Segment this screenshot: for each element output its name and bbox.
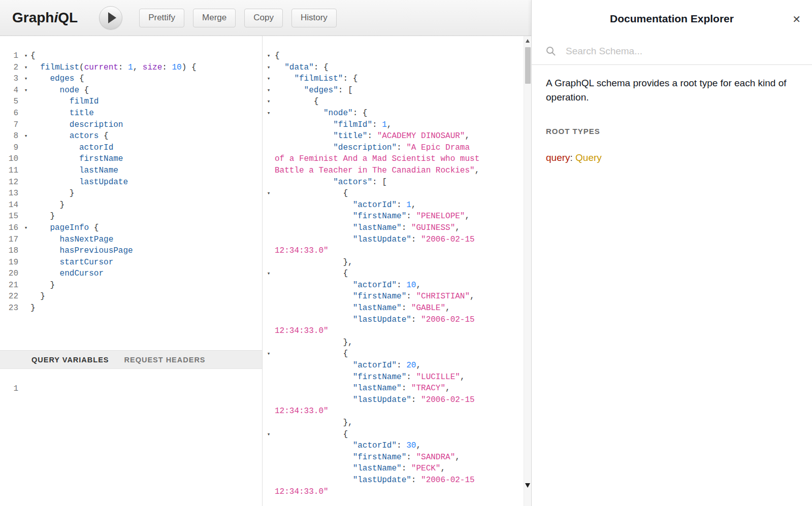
fold-arrow-icon[interactable]: ▾ [263, 96, 275, 108]
code-text: "firstName": "CHRISTIAN", [275, 291, 475, 302]
doc-explorer-panel: Documentation Explorer ✕ A GraphQL schem… [531, 0, 812, 506]
copy-button[interactable]: Copy [244, 9, 283, 27]
variables-section: QUERY VARIABLES REQUEST HEADERS 1 [0, 350, 262, 506]
line-number: 8 [0, 130, 21, 142]
fold-arrow-icon[interactable]: ▾ [263, 429, 275, 441]
code-text: pageInfo { [30, 222, 99, 234]
query-line: 15 } [0, 211, 262, 222]
execute-query-button[interactable] [99, 6, 122, 29]
result-line: "actorId": 20, [263, 360, 531, 372]
fold-gutter [263, 142, 275, 154]
fold-arrow-icon[interactable]: ▾ [21, 73, 30, 85]
type-link-query[interactable]: Query [575, 152, 602, 163]
root-type-query: query: Query [546, 152, 798, 163]
line-number: 9 [0, 142, 21, 154]
code-text: "description": "A Epic Drama [275, 142, 470, 154]
fold-gutter [21, 108, 30, 119]
fold-gutter [21, 165, 30, 177]
tab-query-variables[interactable]: QUERY VARIABLES [31, 356, 109, 364]
scroll-thumb[interactable] [525, 47, 531, 84]
query-line: 2▾ filmList(current: 1, size: 10) { [0, 62, 262, 74]
variables-editor[interactable]: 1 [0, 369, 262, 506]
doc-search-input[interactable] [566, 46, 798, 57]
fold-arrow-icon[interactable]: ▾ [263, 50, 275, 62]
fold-arrow-icon[interactable]: ▾ [21, 130, 30, 142]
result-line: ▾ "edges": [ [263, 85, 531, 96]
fold-arrow-icon[interactable]: ▾ [263, 62, 275, 74]
code-text: "filmList": { [275, 73, 358, 85]
fold-arrow-icon[interactable]: ▾ [21, 85, 30, 96]
code-text: edges { [30, 73, 84, 85]
code-text: }, [275, 337, 353, 349]
fold-gutter [263, 383, 275, 394]
fold-arrow-icon[interactable]: ▾ [263, 85, 275, 96]
code-text: filmList(current: 1, size: 10) { [30, 62, 196, 74]
result-line: "actorId": 10, [263, 280, 531, 291]
fold-arrow-icon[interactable]: ▾ [263, 188, 275, 199]
fold-gutter [21, 245, 30, 257]
code-text: "filmId": 1, [275, 119, 392, 131]
result-line: "firstName": "LUCILLE", [263, 372, 531, 383]
doc-close-button[interactable]: ✕ [790, 12, 803, 26]
code-text: title [30, 108, 94, 119]
fold-gutter [21, 177, 30, 188]
code-text: startCursor [30, 257, 113, 268]
fold-arrow-icon[interactable]: ▾ [263, 108, 275, 119]
result-line: 12:34:33.0" [263, 486, 531, 498]
code-text: "lastName": "TRACY", [275, 383, 450, 394]
fold-arrow-icon[interactable]: ▾ [21, 50, 30, 62]
code-text: "firstName": "SANDRA", [275, 452, 460, 463]
code-text: { [30, 50, 36, 62]
scroll-up-icon[interactable] [526, 39, 530, 43]
merge-button[interactable]: Merge [193, 9, 236, 27]
code-text: lastUpdate [30, 177, 128, 188]
code-text: "actorId": 1, [275, 199, 416, 211]
code-text: "title": "ACADEMY DINOSAUR", [275, 130, 470, 142]
history-button[interactable]: History [291, 9, 337, 27]
code-text: hasPreviousPage [30, 245, 133, 257]
prettify-button[interactable]: Prettify [139, 9, 184, 27]
tab-request-headers[interactable]: REQUEST HEADERS [124, 356, 206, 364]
query-line: 12 lastUpdate [0, 177, 262, 188]
graphiql-logo: GraphiQL [12, 10, 78, 26]
line-number: 22 [0, 291, 21, 302]
fold-gutter [21, 257, 30, 268]
editor-section: GraphiQL Prettify Merge Copy History 1▾{… [0, 0, 531, 506]
fold-gutter [263, 199, 275, 211]
result-scrollbar[interactable] [524, 36, 531, 506]
code-text: { [275, 188, 348, 199]
toolbar: GraphiQL Prettify Merge Copy History [0, 0, 531, 36]
result-line: "firstName": "PENELOPE", [263, 211, 531, 222]
code-text: Battle a Teacher in The Canadian Rockies… [275, 165, 479, 177]
result-line: 12:34:33.0" [263, 325, 531, 337]
scroll-down-icon[interactable] [525, 483, 530, 488]
result-line: "firstName": "SANDRA", [263, 452, 531, 463]
fold-gutter [263, 452, 275, 463]
fold-gutter [263, 486, 275, 498]
code-text: "firstName": "LUCILLE", [275, 372, 465, 383]
result-line: }, [263, 257, 531, 268]
fold-arrow-icon[interactable]: ▾ [263, 348, 275, 360]
code-text: 12:34:33.0" [275, 245, 329, 257]
query-line: 5 filmId [0, 96, 262, 108]
query-line: 20 endCursor [0, 268, 262, 280]
variables-line: 1 [0, 383, 262, 395]
play-icon [108, 12, 116, 23]
query-editor[interactable]: 1▾{2▾ filmList(current: 1, size: 10) {3▾… [0, 36, 262, 350]
fold-gutter [263, 325, 275, 337]
query-line: 18 hasPreviousPage [0, 245, 262, 257]
fold-arrow-icon[interactable]: ▾ [21, 62, 30, 74]
fold-gutter [263, 291, 275, 302]
fold-arrow-icon[interactable]: ▾ [21, 222, 30, 234]
code-text: } [30, 211, 55, 222]
code-text: "lastName": "PECK", [275, 463, 445, 475]
fold-gutter [21, 291, 30, 302]
search-icon [546, 46, 556, 56]
result-line: Battle a Teacher in The Canadian Rockies… [263, 165, 531, 177]
fold-arrow-icon[interactable]: ▾ [263, 73, 275, 85]
line-number: 20 [0, 268, 21, 280]
result-line: ▾ "node": { [263, 108, 531, 119]
fold-arrow-icon[interactable]: ▾ [263, 268, 275, 280]
doc-search-bar [532, 38, 812, 65]
code-text: { [275, 50, 280, 62]
